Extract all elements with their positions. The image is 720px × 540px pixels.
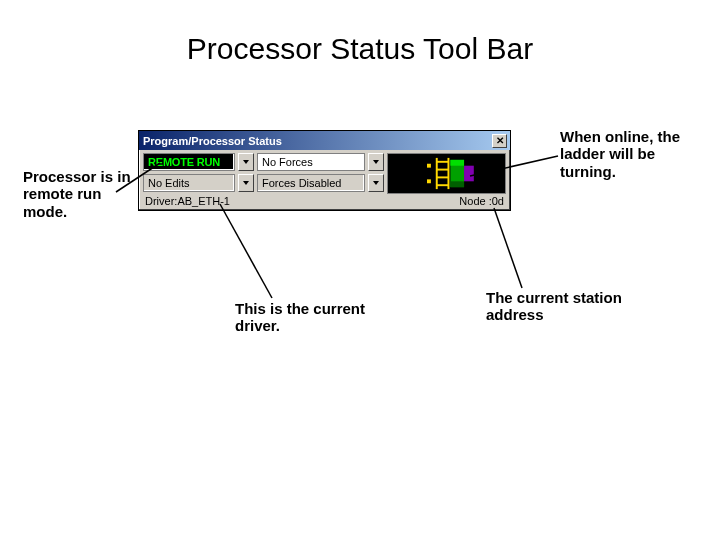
svg-rect-12	[427, 179, 431, 183]
svg-rect-9	[450, 181, 464, 187]
chevron-down-icon	[243, 181, 249, 185]
driver-label: Driver:	[145, 195, 177, 207]
chevron-down-icon	[373, 160, 379, 164]
status-row: Driver: AB_ETH-1 Node : 0d	[143, 194, 506, 207]
callout-lines	[0, 0, 720, 540]
annotation-current-driver: This is the current driver.	[235, 300, 375, 335]
svg-rect-10	[464, 166, 474, 182]
titlebar[interactable]: Program/Processor Status ✕	[139, 131, 510, 150]
edits-dropdown[interactable]	[238, 174, 254, 192]
forces-state-dropdown[interactable]	[368, 174, 384, 192]
ladder-icon	[388, 154, 505, 193]
status-window: Program/Processor Status ✕ REMOTE RUN No…	[138, 130, 511, 211]
edits-field: No Edits	[143, 174, 235, 192]
run-mode-field: REMOTE RUN	[143, 153, 235, 171]
close-button[interactable]: ✕	[492, 134, 507, 148]
svg-line-16	[494, 208, 522, 288]
slide-title: Processor Status Tool Bar	[0, 32, 720, 66]
svg-rect-0	[388, 154, 505, 193]
forces-field: No Forces	[257, 153, 365, 171]
annotation-ladder-turning: When online, the ladder will be turning.	[560, 128, 700, 180]
chevron-down-icon	[243, 160, 249, 164]
window-client: REMOTE RUN No Forces No Edits Forces Dis…	[139, 150, 510, 210]
close-icon: ✕	[496, 135, 504, 146]
annotation-processor-mode: Processor is in remote run mode.	[23, 168, 133, 220]
annotation-station-address: The current station address	[486, 289, 636, 324]
forces-state-field: Forces Disabled	[257, 174, 365, 192]
run-mode-dropdown[interactable]	[238, 153, 254, 171]
svg-line-15	[220, 204, 272, 298]
svg-rect-11	[427, 164, 431, 168]
node-label: Node :	[459, 195, 491, 207]
chevron-down-icon	[373, 181, 379, 185]
forces-dropdown[interactable]	[368, 153, 384, 171]
ladder-animation	[387, 153, 506, 194]
svg-rect-8	[450, 160, 464, 166]
window-title: Program/Processor Status	[143, 135, 282, 147]
node-value: 0d	[492, 195, 504, 207]
driver-value: AB_ETH-1	[177, 195, 230, 207]
